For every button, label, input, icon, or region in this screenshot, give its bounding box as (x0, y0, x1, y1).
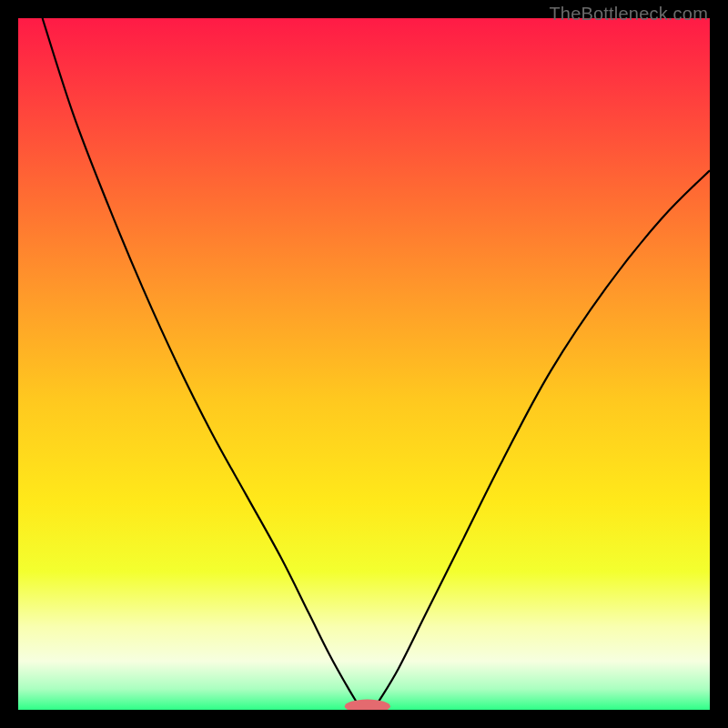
plot-svg (18, 18, 710, 710)
gradient-background (18, 18, 710, 710)
attribution-text: TheBottleneck.com (549, 4, 708, 25)
chart-frame (18, 18, 710, 710)
